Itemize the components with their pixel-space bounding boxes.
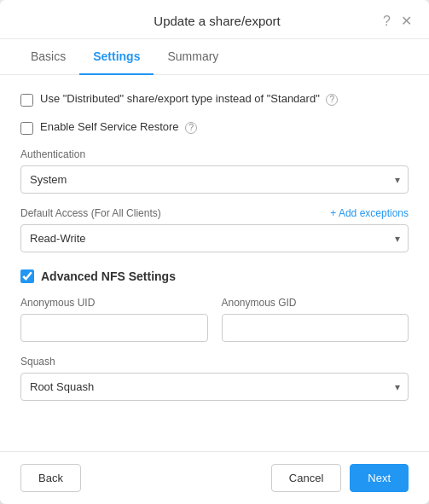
anonymous-gid-label: Anonymous GID [222, 297, 409, 309]
squash-select-wrapper: Root Squash All Squash No Squash ▾ [20, 373, 409, 401]
tab-settings[interactable]: Settings [79, 39, 154, 75]
authentication-label: Authentication [20, 148, 409, 160]
advanced-nfs-header: Advanced NFS Settings [20, 269, 409, 283]
advanced-nfs-section: Advanced NFS Settings [20, 266, 409, 283]
back-button[interactable]: Back [20, 464, 81, 492]
dialog-footer: Back Cancel Next [0, 451, 429, 504]
uid-gid-row: Anonymous UID Anonymous GID [20, 297, 409, 342]
default-access-label: Default Access (For All Clients) [20, 207, 161, 219]
advanced-nfs-label: Advanced NFS Settings [41, 269, 176, 283]
advanced-nfs-checkbox[interactable] [20, 269, 34, 283]
squash-label: Squash [20, 356, 409, 368]
dialog-body: Use "Distributed" share/export type inst… [0, 75, 429, 451]
authentication-select-wrapper: System Kerberos None ▾ [20, 165, 409, 194]
self-service-help-icon[interactable]: ? [185, 122, 197, 134]
tab-summary[interactable]: Summary [154, 39, 232, 75]
default-access-select[interactable]: Read-Write Read-Only No Access [20, 224, 409, 252]
anonymous-uid-input[interactable] [20, 314, 208, 342]
close-button[interactable]: ✕ [401, 14, 412, 28]
header-icons: ? ✕ [383, 14, 412, 28]
self-service-checkbox[interactable] [20, 122, 33, 135]
dialog-title: Update a share/export [51, 14, 383, 28]
self-service-row: Enable Self Service Restore ? [20, 120, 409, 135]
anonymous-gid-group: Anonymous GID [222, 297, 409, 342]
squash-select[interactable]: Root Squash All Squash No Squash [20, 373, 409, 401]
tab-basics[interactable]: Basics [17, 39, 79, 75]
anonymous-gid-input[interactable] [222, 314, 409, 342]
self-service-label: Enable Self Service Restore ? [40, 120, 197, 134]
squash-group: Squash Root Squash All Squash No Squash … [20, 356, 409, 401]
distributed-help-icon[interactable]: ? [326, 94, 338, 106]
default-access-label-row: Default Access (For All Clients) + Add e… [20, 207, 409, 219]
dialog-header: Update a share/export ? ✕ [0, 0, 429, 39]
distributed-label: Use "Distributed" share/export type inst… [40, 92, 338, 106]
help-button[interactable]: ? [383, 14, 391, 28]
tabs: Basics Settings Summary [0, 39, 429, 75]
distributed-checkbox[interactable] [20, 94, 33, 107]
authentication-group: Authentication System Kerberos None ▾ [20, 148, 409, 194]
authentication-select[interactable]: System Kerberos None [20, 165, 409, 194]
next-button[interactable]: Next [350, 464, 409, 492]
add-exceptions-link[interactable]: + Add exceptions [330, 207, 409, 219]
distributed-row: Use "Distributed" share/export type inst… [20, 92, 409, 107]
anonymous-uid-group: Anonymous UID [20, 297, 208, 342]
default-access-select-wrapper: Read-Write Read-Only No Access ▾ [20, 224, 409, 252]
default-access-group: Default Access (For All Clients) + Add e… [20, 207, 409, 252]
update-share-dialog: Update a share/export ? ✕ Basics Setting… [0, 0, 429, 504]
footer-right: Cancel Next [271, 464, 409, 492]
cancel-button[interactable]: Cancel [271, 464, 341, 492]
anonymous-uid-label: Anonymous UID [20, 297, 208, 309]
